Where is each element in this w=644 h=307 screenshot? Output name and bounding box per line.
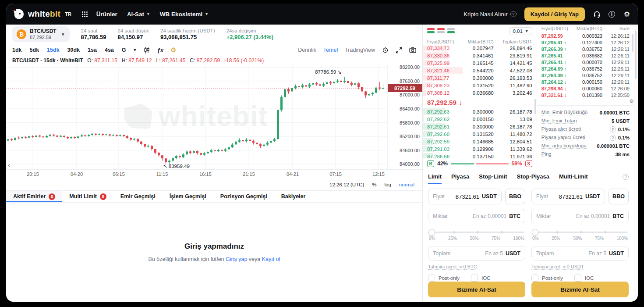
nav-item-products[interactable]: Ürünler: [96, 11, 117, 18]
sell-amount-slider[interactable]: 0%25%50%75%100%: [532, 229, 628, 241]
log-scale-toggle[interactable]: log: [384, 182, 391, 187]
sell-bbo-button[interactable]: BBO: [609, 189, 629, 204]
sell-total-input[interactable]: Toplam En az 5 USDT: [531, 246, 629, 261]
trades-scrollbar[interactable]: [632, 34, 633, 52]
buy-total-input[interactable]: Toplam En az 5 USDT: [428, 246, 525, 261]
ask-row[interactable]: 87,334.730.30794726,894.46: [423, 46, 537, 52]
buy-bbo-button[interactable]: BBO: [505, 189, 525, 204]
indicators-fx-icon[interactable]: ƒx: [157, 47, 163, 54]
bid-row[interactable]: 87,292.630.30000026,187.78: [423, 108, 537, 115]
precision-select[interactable]: 0.01▼: [509, 27, 532, 35]
nav-item-ecosystem[interactable]: WB Ekosistemi▼: [160, 11, 209, 18]
order-tab-multi-limit[interactable]: Multi-Limit: [559, 169, 588, 184]
bid-row[interactable]: 87,292.590.14668512,804.51: [423, 138, 537, 145]
order-tab-stop-piyasa[interactable]: Stop-Piyasa: [517, 169, 549, 184]
login-link[interactable]: Giriş yap: [226, 256, 247, 262]
bottom-tab-6[interactable]: Bakiyeler: [274, 191, 313, 202]
bottom-tab-3[interactable]: Emir Geçmişi: [113, 191, 163, 202]
ask-row[interactable]: 87,311.770.30000026,193.53: [423, 74, 537, 82]
slider-handle[interactable]: [428, 229, 435, 236]
timeframe-G[interactable]: G: [122, 47, 126, 53]
window-scrollbar[interactable]: [634, 25, 637, 302]
bottom-tab-4[interactable]: İşlem Geçmişi: [163, 191, 213, 202]
sell-postonly-checkbox[interactable]: Post-only: [531, 275, 563, 282]
order-tab-limit[interactable]: Limit: [428, 169, 442, 184]
screenshot-camera-icon[interactable]: [409, 47, 416, 53]
timeframe-1sa[interactable]: 1sa: [88, 47, 97, 53]
apps-grid-icon[interactable]: [81, 10, 89, 18]
time-axis[interactable]: 20:1504-2006:1511:1516:1521:1504-2107:15…: [6, 169, 422, 179]
order-tab-stop-limit[interactable]: Stop-Limit: [479, 169, 507, 184]
ask-row[interactable]: 87,325.990.16514514,421.45: [423, 59, 537, 67]
buy-ioc-checkbox[interactable]: IOC: [471, 275, 490, 282]
whitebit-logo[interactable]: whitebit TR: [13, 8, 71, 20]
ask-row[interactable]: 87,330.360.34146129,819.91: [423, 52, 537, 59]
trades-settings-gear-icon[interactable]: ⚙: [537, 99, 634, 105]
timeframe-4sa[interactable]: 4sa: [105, 47, 114, 53]
info-icon[interactable]: i: [609, 11, 615, 18]
order-book-scrollbar[interactable]: [534, 99, 536, 114]
bid-row[interactable]: 87,292.600.13152011,480.72: [423, 130, 537, 138]
trade-row[interactable]: 87,295.41 ↑0.12740012:26:12: [537, 39, 634, 46]
trade-row[interactable]: 87,265.41 ↑0.00007012:26:11: [537, 59, 634, 65]
buy-amount-input[interactable]: Miktar En az 0.00001 BTC: [428, 209, 525, 223]
trade-row[interactable]: 87,266.39 ↑0.03675212:26:11: [537, 46, 634, 52]
percent-scale-toggle[interactable]: %: [372, 182, 376, 187]
trade-row[interactable]: 87,265.41 0.03668212:26:11: [537, 52, 634, 59]
candle-style-icon[interactable]: [144, 47, 150, 54]
normal-scale-toggle[interactable]: normal: [399, 182, 414, 187]
trade-row[interactable]: 87,298.94 ↓0.00006012:26:09: [537, 85, 634, 92]
fullscreen-expand-icon[interactable]: [396, 47, 402, 54]
buy-submit-button[interactable]: Bizimle Al-Sat: [428, 282, 525, 297]
bottom-tab-2[interactable]: Multi Limit0: [62, 191, 113, 202]
scroll-left-chevron-icon[interactable]: ‹: [8, 161, 10, 168]
settings-gear-icon[interactable]: ⚙: [623, 10, 631, 18]
order-form-help-icon[interactable]: ?: [623, 174, 629, 180]
timeframe-30dk[interactable]: 30dk: [67, 47, 80, 53]
timeframe-1dk[interactable]: 1dk: [12, 47, 22, 53]
reset-scale-target-icon[interactable]: [382, 47, 389, 54]
last-price-row[interactable]: 87,292.59↓: [423, 96, 537, 108]
view-basic[interactable]: Temel: [323, 47, 338, 53]
sell-price-input[interactable]: Fiyat 87321.61 USDT: [531, 189, 605, 204]
sell-ioc-checkbox[interactable]: IOC: [574, 275, 594, 282]
candlestick-chart[interactable]: whitebit 88200.0087600.0087000.0086400.0…: [6, 65, 422, 169]
trade-row[interactable]: 87,264.39 ↑0.03675212:26:11: [537, 72, 634, 79]
view-tradingview[interactable]: TradingView: [345, 47, 375, 53]
book-layout-bids-icon[interactable]: [447, 28, 455, 35]
ask-row[interactable]: 87,309.230.13152011,482.90: [423, 82, 537, 89]
bottom-tab-1[interactable]: Aktif Emirler0: [6, 191, 62, 202]
buy-postonly-checkbox[interactable]: Post-only: [428, 275, 460, 282]
trade-row[interactable]: 87,321.61 ↓0.10139012:25:50: [537, 92, 634, 98]
signup-login-button[interactable]: Kaydol / Giriş Yap: [524, 7, 585, 21]
chart-canvas[interactable]: 88200.0087600.0087000.0086400.0085800.00…: [6, 65, 423, 169]
order-tab-piyasa[interactable]: Piyasa: [451, 169, 469, 184]
book-layout-both-icon[interactable]: [427, 28, 435, 35]
how-to-buy-link[interactable]: Kripto Nasıl Alınır?: [464, 11, 516, 18]
timeframe-5dk[interactable]: 5dk: [30, 47, 39, 53]
bid-row[interactable]: 87,292.620.00015013.09: [423, 115, 537, 123]
register-link[interactable]: Kayıt ol: [262, 256, 280, 262]
trade-row[interactable]: 87,264.69 ↑0.03675212:26:11: [537, 65, 634, 72]
support-headset-icon[interactable]: [593, 10, 601, 18]
trade-row[interactable]: 87,264.12 ↓0.00015012:26:11: [537, 79, 634, 85]
book-layout-asks-icon[interactable]: [437, 28, 445, 35]
bottom-tab-5[interactable]: Pozisyon Geçmişi: [213, 191, 274, 202]
timeframe-more-chevron[interactable]: ▼: [133, 48, 137, 52]
sell-submit-button[interactable]: Bizimle Al-Sat: [531, 282, 629, 297]
trade-row[interactable]: 87,292.59 0.00032312:26:12: [537, 32, 634, 39]
nav-item-trade[interactable]: Al-Sat▼: [127, 11, 150, 18]
buy-price-input[interactable]: Fiyat 87321.61 USDT: [428, 189, 502, 204]
pair-selector[interactable]: ₿ BTC/USDT 87,292.59 ▼: [12, 26, 70, 42]
view-depth[interactable]: Derinlik: [298, 47, 316, 53]
sell-amount-input[interactable]: Miktar En az 0.00001 BTC: [531, 209, 629, 223]
ask-row[interactable]: 87,308.120.0366803,202.46: [423, 89, 537, 96]
slider-handle[interactable]: [532, 229, 538, 236]
bid-row[interactable]: 87,291.030.12990611,339.62: [423, 145, 537, 153]
timeframe-15dk[interactable]: 15dk: [47, 47, 60, 53]
bid-row[interactable]: 87,286.660.13715011,971.36: [423, 153, 537, 158]
ask-row[interactable]: 87,321.460.54422047,522.08: [423, 67, 537, 74]
chart-settings-gear-icon[interactable]: ⚙: [170, 46, 176, 54]
bid-row[interactable]: 87,292.610.30000026,187.78: [423, 123, 537, 130]
buy-amount-slider[interactable]: 0%25%50%75%100%: [429, 229, 524, 241]
